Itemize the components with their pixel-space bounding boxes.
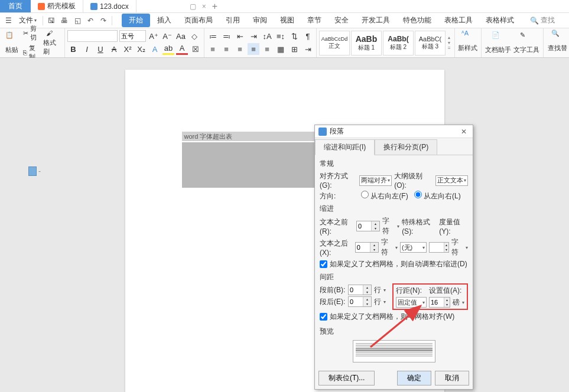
decrease-indent-button[interactable]: ⇤	[234, 30, 246, 42]
print-icon[interactable]: 🖶	[58, 15, 70, 27]
italic-button[interactable]: I	[81, 43, 93, 55]
spinner-up-icon[interactable]: ▴	[372, 221, 379, 226]
tab-templates[interactable]: 稻壳模板	[31, 0, 83, 12]
after-para-spinner[interactable]: ▴▾	[348, 296, 372, 307]
chevron-down-icon[interactable]: ▾	[383, 288, 386, 293]
spinner-down-icon[interactable]: ▾	[370, 247, 378, 252]
spinner-up-icon[interactable]: ▴	[363, 285, 371, 290]
after-text-spinner[interactable]: ▴▾	[355, 242, 379, 253]
numbering-button[interactable]: ≕	[220, 30, 232, 42]
style-normal[interactable]: AaBbCcDd 正文	[319, 31, 350, 55]
spinner-up-icon[interactable]: ▴	[363, 297, 371, 302]
ribbon-tab-sections[interactable]: 章节	[301, 14, 327, 27]
increase-font-button[interactable]: A⁺	[148, 30, 160, 42]
text-effect-button[interactable]: A	[149, 43, 161, 55]
print-preview-icon[interactable]: ◱	[71, 15, 83, 27]
ribbon-tab-insert[interactable]: 插入	[151, 14, 177, 27]
setting-spinner[interactable]: ▴▾	[429, 297, 450, 308]
tab-line-breaks[interactable]: 换行和分页(P)	[375, 139, 437, 155]
sort-button[interactable]: ⇅	[288, 30, 300, 42]
align-center-button[interactable]: ≡	[220, 43, 232, 55]
after-para-input[interactable]	[349, 297, 363, 306]
direction-rtl-radio[interactable]: 从右向左(F)	[361, 191, 408, 201]
ribbon-tab-page-layout[interactable]: 页面布局	[178, 14, 219, 27]
auto-adjust-checkbox[interactable]	[320, 260, 327, 268]
ribbon-tab-special[interactable]: 特色功能	[397, 14, 437, 27]
redo-icon[interactable]: ↷	[97, 15, 109, 27]
chevron-down-icon[interactable]: ▾	[397, 224, 399, 229]
format-painter-button[interactable]: 🖌 格式刷	[43, 30, 62, 56]
font-family-select[interactable]	[67, 30, 118, 42]
tab-home[interactable]: 首页	[0, 0, 31, 12]
chevron-down-icon[interactable]: ▾	[383, 299, 386, 305]
change-case-button[interactable]: Aa	[175, 30, 187, 42]
character-shading-button[interactable]: ☒	[190, 43, 201, 55]
align-right-button[interactable]: ≡	[234, 43, 246, 55]
decrease-font-button[interactable]: A⁻	[161, 30, 173, 42]
ribbon-tab-review[interactable]: 审阅	[247, 14, 273, 27]
spinner-down-icon[interactable]: ▾	[363, 302, 371, 306]
style-heading1[interactable]: AaBb 标题 1	[351, 31, 382, 55]
spinner-up-icon[interactable]: ▴	[370, 243, 378, 247]
before-text-spinner[interactable]: ▴▾	[356, 221, 380, 231]
new-style-button[interactable]: ᴬA 新样式	[457, 30, 479, 53]
increase-indent-button[interactable]: ⇥	[248, 30, 259, 42]
ribbon-tab-view[interactable]: 视图	[274, 14, 300, 27]
align-left-button[interactable]: ≡	[207, 43, 219, 55]
ribbon-tab-start[interactable]: 开始	[122, 14, 150, 27]
align-grid-checkbox[interactable]	[320, 313, 327, 321]
before-text-input[interactable]	[357, 221, 371, 231]
spinner-up-icon[interactable]: ▴	[444, 298, 450, 302]
shading-button[interactable]: ▦	[275, 43, 287, 55]
chevron-down-icon[interactable]: ▾	[466, 245, 468, 250]
line-spacing-combo[interactable]: 固定值 ▾	[396, 297, 427, 308]
style-heading3[interactable]: AaBbC( 标题 3	[415, 31, 446, 55]
clear-format-button[interactable]: ◇	[188, 30, 200, 42]
ok-button[interactable]: 确定	[397, 371, 431, 386]
measure-input[interactable]	[430, 243, 444, 252]
ribbon-tab-dev-tools[interactable]: 开发工具	[356, 14, 396, 27]
find-replace-button[interactable]: 🔍 查找替	[546, 30, 569, 53]
new-tab-button[interactable]: +	[206, 1, 223, 12]
spinner-down-icon[interactable]: ▾	[444, 247, 448, 252]
ribbon-tab-table-style[interactable]: 表格样式	[480, 14, 520, 27]
bold-button[interactable]: B	[67, 43, 79, 55]
style-scroll-up[interactable]: ▴	[448, 35, 451, 40]
subscript-button[interactable]: X₂	[135, 43, 147, 55]
text-direction-button[interactable]: ↕A	[261, 30, 273, 42]
before-para-input[interactable]	[349, 285, 363, 295]
search-box[interactable]: 🔍 查找	[530, 15, 567, 25]
measure-spinner[interactable]: ▴▾	[429, 242, 449, 253]
style-scroll-down[interactable]: ▾	[448, 40, 451, 45]
borders-button[interactable]: ⊞	[288, 43, 300, 55]
app-menu-icon[interactable]: ☰	[2, 15, 14, 27]
special-format-combo[interactable]: (无) ▾	[400, 242, 427, 253]
undo-icon[interactable]: ↶	[84, 15, 96, 27]
before-para-spinner[interactable]: ▴▾	[348, 285, 372, 295]
ribbon-tab-security[interactable]: 安全	[329, 14, 355, 27]
after-text-input[interactable]	[356, 243, 370, 252]
setting-input[interactable]	[430, 298, 444, 307]
line-spacing-button[interactable]: ≡↕	[275, 30, 287, 42]
distributed-button[interactable]: ≡	[261, 43, 273, 55]
tab-stops-button[interactable]: 制表位(T)...	[318, 371, 375, 386]
chevron-down-icon[interactable]: ▾	[395, 245, 398, 250]
strikethrough-button[interactable]: A	[108, 43, 120, 55]
ribbon-tab-table-tools[interactable]: 表格工具	[438, 14, 479, 27]
outline-combo[interactable]: 正文文本 ▾	[435, 175, 468, 186]
paragraph-mark-button[interactable]: ¶	[302, 30, 314, 42]
save-icon[interactable]: 🖫	[45, 15, 57, 27]
tab-restore-icon[interactable]: ▢	[190, 2, 196, 11]
spinner-down-icon[interactable]: ▾	[363, 290, 371, 295]
spinner-down-icon[interactable]: ▾	[444, 302, 450, 307]
cut-button[interactable]: ✂ 剪切	[21, 24, 43, 43]
tab-button[interactable]: ⇥	[302, 43, 314, 55]
highlight-button[interactable]: ab	[162, 43, 174, 55]
tab-document[interactable]: 123.docx	[83, 0, 136, 12]
tab-close-icon[interactable]: ×	[202, 2, 206, 11]
text-tools-button[interactable]: ✎ 文字工具	[512, 30, 541, 56]
close-icon[interactable]: ✕	[459, 128, 469, 136]
chevron-down-icon[interactable]: ▾	[462, 300, 464, 305]
alignment-combo[interactable]: 两端对齐 ▾	[359, 175, 392, 186]
spinner-down-icon[interactable]: ▾	[372, 226, 379, 231]
